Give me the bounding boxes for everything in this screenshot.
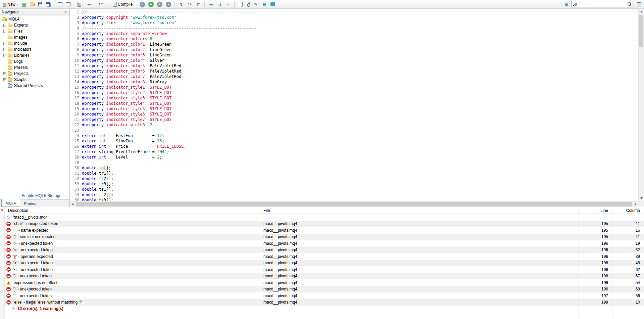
expand-plus-icon[interactable]: + [3,72,6,75]
continue-button[interactable]: ⇉ [215,1,224,8]
expand-plus-icon[interactable]: + [3,48,6,51]
column-header-description[interactable]: Description [5,207,261,214]
expand-plus-icon[interactable]: + [3,78,6,81]
navigator-item-logs[interactable]: Logs [0,58,69,64]
chat-button[interactable] [269,1,276,8]
toolbox-panel-toggle[interactable] [64,1,72,8]
group-row-description: 'macd__pivots.mq4' [5,215,261,220]
function-dropdown[interactable]: ƒ⁺▾ [97,1,107,8]
error-row[interactable]: 'char' - unexpected tokenmacd__pivots.mq… [5,221,644,227]
horizontal-scroll-thumb[interactable] [76,202,632,207]
community-button[interactable]: ⊕ [260,1,268,8]
error-row[interactable]: '<' - unexpected tokenmacd__pivots.mq419… [5,266,644,273]
step-out-button[interactable]: ↱ [194,1,202,8]
navigator-item-experts[interactable]: +Experts [0,22,69,28]
error-row[interactable]: '=' - name expectedmacd__pivots.mq419516 [5,227,644,234]
dropdown-arrow-icon[interactable]: ▾ [104,3,106,6]
search-input[interactable] [573,2,627,7]
vertical-scroll-thumb[interactable] [639,15,643,47]
code-line: 25extern int SlowEma = 26; [70,138,638,144]
templates-dropdown[interactable]: ▾ [76,1,85,8]
metaquotes-button[interactable]: ▦ [20,1,28,8]
error-row[interactable]: ')' - unexpected tokenmacd__pivots.mq419… [5,273,644,280]
code-editor[interactable]: 1//-------------------------------------… [70,9,644,207]
save-all-button[interactable] [44,1,52,8]
scroll-left-icon[interactable] [70,201,76,207]
navigator-item-projects[interactable]: +Projects [0,71,69,77]
error-description: 'else' - illegal 'else' without matching… [13,300,82,305]
navigator-item-presets[interactable]: Presets [0,64,69,71]
dropdown-arrow-icon[interactable]: ▾ [82,3,84,6]
code-text: double tp[]; [82,165,638,171]
scroll-down-icon[interactable] [639,195,644,201]
stop-debug-button[interactable]: ■ [164,1,172,8]
navigator-item-libraries[interactable]: +Libraries [0,52,69,58]
compile-button[interactable]: Compile [111,1,134,8]
column-header-column[interactable]: Column [612,207,644,214]
error-row[interactable]: '>' - unexpected tokenmacd__pivots.mq419… [5,260,644,267]
enable-mql5-storage-link[interactable]: Enable MQL5 Storage [21,193,61,198]
error-row[interactable]: ')' - semicolon expectedmacd__pivots.mq4… [5,234,644,240]
dropdown-arrow-icon[interactable]: ▾ [93,3,95,6]
error-file-group-row[interactable]: 'macd__pivots.mq4' [5,214,644,221]
navigator-item-scripts[interactable]: +Scripts [0,77,69,83]
open-file-button[interactable] [29,1,36,8]
error-icon [6,241,11,245]
breakpoint-button[interactable]: ▪ [224,1,232,8]
line-number: 25 [70,138,82,144]
code-line: 28extern int Level = 2; [70,154,638,160]
error-row[interactable]: ')' - unexpected tokenmacd__pivots.mq419… [5,286,644,293]
start-debug-button[interactable]: ▶ [147,1,155,8]
error-row[interactable]: 'else' - illegal 'else' without matching… [5,299,644,306]
error-row[interactable]: '<' - unexpected tokenmacd__pivots.mq419… [5,247,644,254]
search-icon[interactable] [627,2,632,6]
variable-dropdown[interactable]: var▾ [86,1,96,8]
toolbox-close-icon[interactable]: × [0,208,5,213]
settings-button[interactable]: ⚙ [562,1,571,8]
column-header-line[interactable]: Line [579,207,612,214]
new-button[interactable]: New▾ [1,1,19,8]
dropdown-arrow-icon[interactable]: ▾ [16,3,18,6]
step-into-button[interactable]: ↴ [177,1,185,8]
expand-plus-icon[interactable]: + [3,30,6,33]
code-line: 1//-------------------------------------… [70,9,638,15]
folder-icon [8,24,12,27]
editor-vertical-scrollbar[interactable] [638,9,644,201]
step-over-button[interactable]: ↷ [186,1,194,8]
scroll-right-icon[interactable] [633,201,638,207]
code-area[interactable]: 1//-------------------------------------… [70,9,638,201]
navigator-item-include[interactable]: +Include [0,40,69,46]
column-header-file[interactable]: File [261,207,579,214]
copy-button[interactable] [237,1,244,8]
error-row[interactable]: expression has no effectmacd__pivots.mq4… [5,279,644,286]
error-row[interactable]: '>' - unexpected tokenmacd__pivots.mq419… [5,240,644,247]
navigator-close-icon[interactable]: × [63,10,68,14]
tab-project[interactable]: Project [20,200,40,207]
highlight-button[interactable]: ✎ [252,1,260,8]
error-row[interactable]: '-' - unexpected tokenmacd__pivots.mq419… [5,292,644,299]
expand-plus-icon[interactable]: + [3,42,6,45]
error-row[interactable]: '||' - operand expectedmacd__pivots.mq41… [5,253,644,260]
line-number: 7 [70,42,82,47]
error-file: macd__pivots.mq4 [261,254,579,259]
tab-mql4[interactable]: MQL4 [1,199,20,207]
navigator-panel-toggle[interactable] [56,1,64,8]
pause-debug-button[interactable]: ‖ [156,1,164,8]
restart-debug-button[interactable]: ↻ [138,1,146,8]
print-preview-button[interactable] [245,1,251,8]
navigator-item-images[interactable]: Images [0,34,69,40]
expand-plus-icon[interactable]: + [3,54,6,57]
editor-horizontal-scrollbar[interactable] [70,201,638,207]
navigator-item-indicators[interactable]: +Indicators [0,46,69,52]
line-number: 3 [70,20,82,26]
navigator-item-files[interactable]: +Files [0,28,69,34]
expand-plus-icon[interactable]: + [3,24,6,27]
code-text: double ts1[]; [82,187,638,192]
run-to-cursor-button[interactable]: ⇥ [207,1,215,8]
search-panel-button[interactable] [636,1,643,8]
scroll-up-icon[interactable] [639,9,644,14]
navigator-item-shared-projects[interactable]: Shared Projects [0,83,69,89]
navigator-item-mql4[interactable]: MQL4 [0,16,69,22]
errors-rows: 'macd__pivots.mq4''char' - unexpected to… [5,214,644,306]
save-button[interactable] [37,1,44,8]
